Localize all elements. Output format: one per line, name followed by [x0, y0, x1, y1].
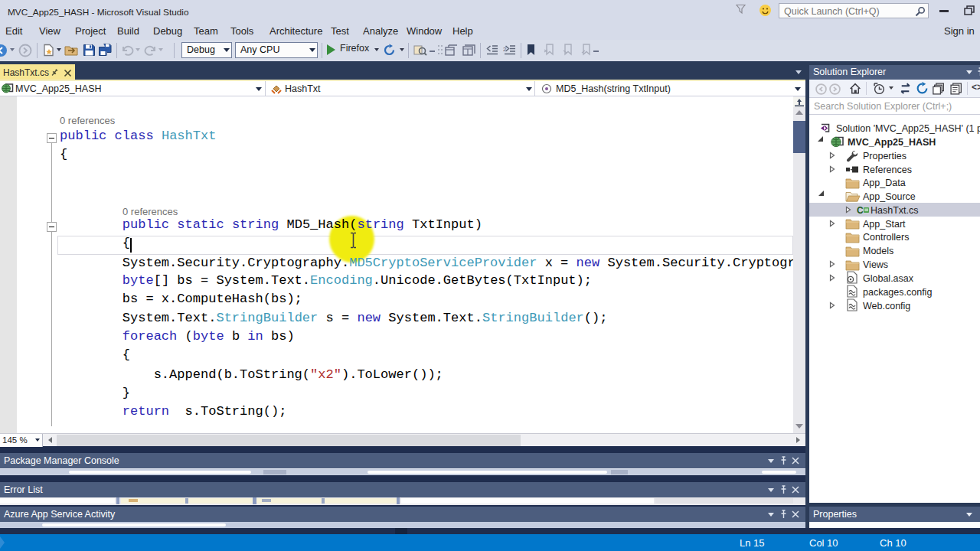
svg-text:2: 2: [503, 46, 507, 53]
svg-text:C: C: [857, 205, 864, 215]
